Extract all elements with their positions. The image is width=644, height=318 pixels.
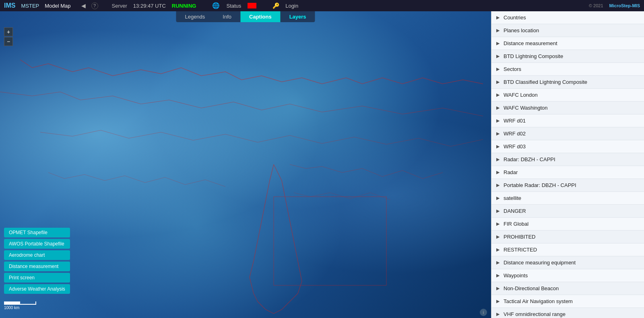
sidebar-item-planes-location[interactable]: ▶Planes location: [491, 24, 644, 37]
expand-arrow-icon: ▶: [496, 221, 500, 227]
main-area: Legends Info Captions Layers + − OPMET S…: [0, 11, 644, 318]
tab-captions[interactable]: Captions: [240, 11, 281, 22]
sidebar-item-satellite[interactable]: ▶satellite: [491, 192, 644, 205]
expand-arrow-icon: ▶: [496, 131, 500, 136]
sidebar-item-label: Radar: DBZH - CAPPI: [504, 156, 639, 162]
sidebar-item-wafc-washington[interactable]: ▶WAFC Washington: [491, 102, 644, 114]
expand-arrow-icon: ▶: [496, 183, 500, 188]
left-panel: OPMET Shapefile AWOS Portable Shapefile …: [4, 228, 70, 294]
sidebar-item-danger[interactable]: ▶DANGER: [491, 205, 644, 218]
opmet-shapefile-button[interactable]: OPMET Shapefile: [4, 228, 70, 237]
scale-label: 1000 km: [4, 306, 19, 310]
zoom-controls: + −: [4, 27, 13, 46]
awos-portable-button[interactable]: AWOS Portable Shapefile: [4, 239, 70, 249]
sidebar-item-restricted[interactable]: ▶RESTRICTED: [491, 243, 644, 256]
sidebar-item-label: satellite: [504, 195, 639, 201]
login-label[interactable]: Login: [285, 3, 298, 9]
sidebar-item-prohibited[interactable]: ▶PROHIBITED: [491, 231, 644, 243]
expand-arrow-icon: ▶: [496, 208, 500, 214]
server-time: 13:29:47 UTC: [133, 3, 166, 9]
svg-rect-0: [274, 197, 386, 285]
logo: IMS: [4, 2, 15, 9]
expand-arrow-icon: ▶: [496, 260, 500, 265]
copyright: © 2021: [589, 3, 603, 8]
sidebar-item-label: Radar: [504, 169, 639, 175]
expand-arrow-icon: ▶: [496, 118, 500, 123]
sidebar-item-vhf-omnidirectional[interactable]: ▶VHF omnidirectional range: [491, 308, 644, 318]
sidebar-item-label: RESTRICTED: [504, 247, 639, 253]
expand-arrow-icon: ▶: [496, 54, 500, 59]
expand-arrow-icon: ▶: [496, 15, 500, 20]
status-label: Status: [226, 3, 241, 9]
nav-back-icon[interactable]: ◀: [81, 2, 86, 9]
expand-arrow-icon: ▶: [496, 312, 500, 317]
sidebar-item-fir-global[interactable]: ▶FIR Global: [491, 218, 644, 231]
sidebar-item-wrf-d02[interactable]: ▶WRF d02: [491, 127, 644, 140]
map-area[interactable]: Legends Info Captions Layers + − OPMET S…: [0, 11, 491, 318]
sidebar-item-label: Waypoints: [504, 272, 639, 279]
status-globe-icon: 🌐: [212, 2, 220, 9]
sidebar-item-label: Tactical Air Navigation system: [504, 298, 639, 304]
expand-arrow-icon: ▶: [496, 41, 500, 46]
expand-arrow-icon: ▶: [496, 247, 500, 252]
sidebar-item-btd-lightning[interactable]: ▶BTD Lightning Composite: [491, 50, 644, 63]
expand-arrow-icon: ▶: [496, 299, 500, 304]
expand-arrow-icon: ▶: [496, 67, 500, 72]
mstep-label: MSTEP: [21, 3, 39, 9]
aerodrome-chart-button[interactable]: Aerodrome chart: [4, 250, 70, 260]
tab-info[interactable]: Info: [214, 11, 240, 22]
sidebar-item-label: WRF d02: [504, 131, 639, 137]
sidebar-item-label: BTD Lightning Composite: [504, 53, 639, 59]
sidebar-item-distance-measurement[interactable]: ▶Distance measurement: [491, 37, 644, 50]
expand-arrow-icon: ▶: [496, 273, 500, 278]
sidebar-item-label: Countries: [504, 15, 639, 21]
expand-arrow-icon: ▶: [496, 234, 500, 239]
sidebar-item-label: WAFC London: [504, 92, 639, 98]
sidebar-item-tactical-air-nav[interactable]: ▶Tactical Air Navigation system: [491, 295, 644, 308]
sidebar-item-wrf-d01[interactable]: ▶WRF d01: [491, 114, 644, 127]
tab-bar: Legends Info Captions Layers: [176, 11, 315, 22]
server-label: Server: [112, 3, 127, 9]
sidebar-item-non-directional-beacon[interactable]: ▶Non-Directional Beacon: [491, 282, 644, 295]
tab-layers[interactable]: Layers: [281, 11, 315, 22]
help-icon[interactable]: ?: [91, 2, 98, 9]
expand-arrow-icon: ▶: [496, 105, 500, 110]
sidebar-item-radar-dbzh-cappi[interactable]: ▶Radar: DBZH - CAPPI: [491, 153, 644, 166]
map-svg: [0, 11, 491, 318]
tab-legends[interactable]: Legends: [176, 11, 214, 22]
sidebar-item-label: WRF d03: [504, 143, 639, 150]
status-indicator: [248, 3, 256, 8]
sidebar-item-sectors[interactable]: ▶Sectors: [491, 63, 644, 76]
sidebar-item-portable-radar[interactable]: ▶Portable Radar: DBZH - CAPPI: [491, 179, 644, 192]
sidebar-item-wrf-d03[interactable]: ▶WRF d03: [491, 140, 644, 153]
zoom-in-button[interactable]: +: [4, 27, 13, 36]
sidebar-item-waypoints[interactable]: ▶Waypoints: [491, 269, 644, 282]
sidebar-item-label: Sectors: [504, 66, 639, 72]
topbar: IMS MSTEP Model Map ◀ ? Server 13:29:47 …: [0, 0, 644, 11]
expand-arrow-icon: ▶: [496, 28, 500, 33]
model-map-label: Model Map: [45, 3, 70, 9]
distance-measurement-button[interactable]: Distance measurement: [4, 262, 70, 271]
expand-arrow-icon: ▶: [496, 286, 500, 291]
sidebar-item-radar[interactable]: ▶Radar: [491, 166, 644, 179]
print-screen-button[interactable]: Print screen: [4, 273, 70, 283]
expand-arrow-icon: ▶: [496, 92, 500, 98]
info-icon[interactable]: i: [480, 309, 487, 316]
sidebar-item-countries[interactable]: ▶Countries: [491, 11, 644, 24]
sidebar-item-label: Portable Radar: DBZH - CAPPI: [504, 182, 639, 188]
scale-bar: 1000 km: [4, 301, 36, 310]
running-status: RUNNING: [172, 3, 196, 9]
sidebar-item-btd-classified[interactable]: ▶BTD Classified Lightning Composite: [491, 76, 644, 89]
sidebar-item-label: Non-Directional Beacon: [504, 285, 639, 291]
microstep-brand: MicroStep-MIS: [609, 3, 640, 8]
scale-line: [4, 301, 36, 305]
adverse-weather-button[interactable]: Adverse Weather Analysis: [4, 284, 70, 294]
sidebar-item-label: WAFC Washington: [504, 105, 639, 111]
sidebar-item-label: FIR Global: [504, 221, 639, 227]
sidebar-item-label: Distance measuring equipment: [504, 260, 639, 266]
login-key-icon: 🔑: [272, 2, 279, 9]
expand-arrow-icon: ▶: [496, 144, 500, 149]
zoom-out-button[interactable]: −: [4, 37, 13, 46]
sidebar-item-wafc-london[interactable]: ▶WAFC London: [491, 89, 644, 102]
sidebar-item-distance-measuring-equipment[interactable]: ▶Distance measuring equipment: [491, 256, 644, 269]
